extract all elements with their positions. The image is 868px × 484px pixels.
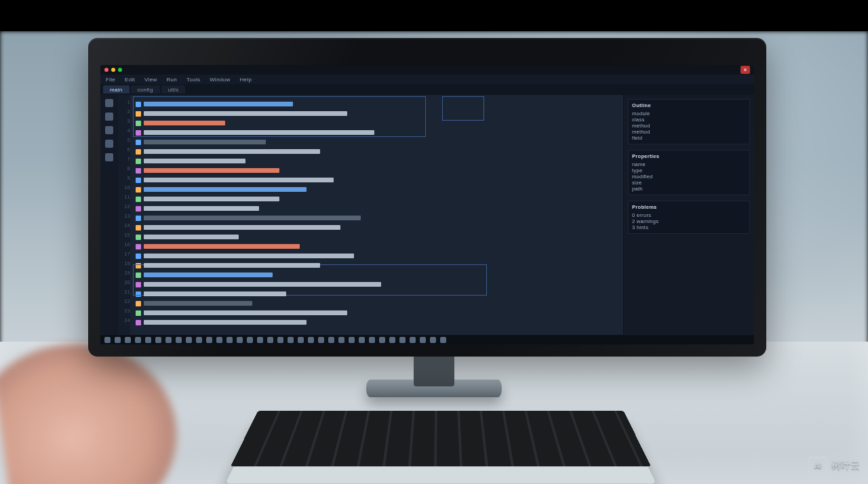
menu-tools[interactable]: Tools <box>186 77 200 83</box>
taskbar-icon[interactable] <box>369 337 375 343</box>
tab-bar[interactable]: mainconfigutils× <box>100 84 754 95</box>
taskbar-icon[interactable] <box>206 337 212 343</box>
taskbar-icon[interactable] <box>196 337 202 343</box>
taskbar-icon[interactable] <box>267 337 273 343</box>
search-icon[interactable] <box>105 113 113 121</box>
panel-item[interactable]: field <box>632 135 746 141</box>
code-editor[interactable] <box>130 95 623 335</box>
code-line[interactable] <box>136 232 618 241</box>
taskbar-icon[interactable] <box>430 337 436 343</box>
taskbar-icon[interactable] <box>135 337 141 343</box>
explorer-icon[interactable] <box>105 99 113 107</box>
os-taskbar[interactable] <box>100 336 754 345</box>
keyboard <box>224 363 658 479</box>
code-line[interactable] <box>136 213 618 222</box>
panel-item[interactable]: 3 hints <box>632 224 746 230</box>
taskbar-icon[interactable] <box>359 337 365 343</box>
code-line[interactable] <box>136 203 618 213</box>
scene: FileEditViewRunToolsWindowHelp mainconfi… <box>0 0 868 484</box>
traffic-light-max-icon[interactable] <box>118 68 122 72</box>
taskbar-icon[interactable] <box>277 337 283 343</box>
activity-bar[interactable] <box>100 95 118 335</box>
taskbar-icon[interactable] <box>399 337 406 343</box>
tab-utils[interactable]: utils <box>161 85 186 94</box>
panel-item[interactable]: name <box>632 161 746 167</box>
panel-item[interactable]: 0 errors <box>632 212 746 218</box>
panel-item[interactable]: method <box>632 129 746 135</box>
taskbar-icon[interactable] <box>115 337 121 343</box>
watermark: AI 树叶云 <box>808 457 860 475</box>
taskbar-icon[interactable] <box>420 337 426 343</box>
traffic-light-close-icon[interactable] <box>104 68 108 72</box>
taskbar-icon[interactable] <box>176 337 182 343</box>
code-line[interactable] <box>136 175 618 184</box>
taskbar-icon[interactable] <box>410 337 416 343</box>
menu-view[interactable]: View <box>144 77 157 83</box>
extensions-icon[interactable] <box>105 153 113 161</box>
code-line[interactable] <box>136 308 618 317</box>
taskbar-icon[interactable] <box>186 337 192 343</box>
panel-item[interactable]: method <box>632 123 746 129</box>
code-line[interactable] <box>136 137 618 146</box>
taskbar-icon[interactable] <box>104 337 111 343</box>
tab-main[interactable]: main <box>103 85 130 94</box>
panel-item[interactable]: modified <box>632 174 746 180</box>
panel-properties[interactable]: Propertiesnametypemodifiedsizepath <box>628 150 750 195</box>
taskbar-icon[interactable] <box>288 337 294 343</box>
taskbar-icon[interactable] <box>298 337 304 343</box>
panel-item[interactable]: type <box>632 167 746 174</box>
panel-item[interactable]: module <box>632 110 746 117</box>
taskbar-icon[interactable] <box>308 337 314 343</box>
taskbar-icon[interactable] <box>389 337 395 343</box>
panel-title: Problems <box>632 204 746 210</box>
menu-window[interactable]: Window <box>210 77 230 83</box>
selection-box-2 <box>442 96 484 121</box>
code-line[interactable] <box>136 146 618 156</box>
taskbar-icon[interactable] <box>349 337 355 343</box>
taskbar-icon[interactable] <box>328 337 334 343</box>
taskbar-icon[interactable] <box>165 337 172 343</box>
menu-run[interactable]: Run <box>167 77 178 83</box>
taskbar-icon[interactable] <box>338 337 344 343</box>
watermark-text: 树叶云 <box>831 460 860 472</box>
panel-outline[interactable]: Outlinemoduleclassmethodmethodfield <box>628 99 750 144</box>
git-icon[interactable] <box>105 126 113 134</box>
taskbar-icon[interactable] <box>125 337 131 343</box>
panel-title: Outline <box>632 102 746 108</box>
window-titlebar[interactable] <box>100 65 754 75</box>
taskbar-icon[interactable] <box>318 337 324 343</box>
taskbar-icon[interactable] <box>247 337 253 343</box>
taskbar-icon[interactable] <box>237 337 243 343</box>
code-line[interactable] <box>136 165 618 175</box>
traffic-light-min-icon[interactable] <box>111 68 115 72</box>
taskbar-icon[interactable] <box>226 337 233 343</box>
panel-item[interactable]: class <box>632 117 746 123</box>
panel-item[interactable]: size <box>632 180 746 186</box>
code-line[interactable] <box>136 194 618 203</box>
panel-problems[interactable]: Problems0 errors2 warnings3 hints <box>628 201 750 234</box>
taskbar-icon[interactable] <box>145 337 151 343</box>
taskbar-icon[interactable] <box>440 337 446 343</box>
close-icon[interactable]: × <box>741 66 750 74</box>
code-line[interactable] <box>136 156 618 165</box>
debug-icon[interactable] <box>105 140 113 148</box>
side-panel[interactable]: OutlinemoduleclassmethodmethodfieldPrope… <box>623 95 754 335</box>
code-line[interactable] <box>136 241 618 251</box>
code-line[interactable] <box>136 298 618 308</box>
code-line[interactable] <box>136 251 618 260</box>
taskbar-icon[interactable] <box>257 337 263 343</box>
menu-help[interactable]: Help <box>240 77 252 83</box>
code-line[interactable] <box>136 184 618 194</box>
taskbar-icon[interactable] <box>216 337 222 343</box>
panel-item[interactable]: 2 warnings <box>632 218 746 224</box>
taskbar-icon[interactable] <box>379 337 385 343</box>
menu-file[interactable]: File <box>106 77 115 83</box>
code-line[interactable] <box>136 222 618 232</box>
panel-item[interactable]: path <box>632 186 746 192</box>
tab-config[interactable]: config <box>131 85 160 94</box>
menu-edit[interactable]: Edit <box>125 77 135 83</box>
menu-bar[interactable]: FileEditViewRunToolsWindowHelp <box>100 75 754 84</box>
code-line[interactable] <box>136 317 618 327</box>
screen: FileEditViewRunToolsWindowHelp mainconfi… <box>100 65 754 344</box>
taskbar-icon[interactable] <box>155 337 161 343</box>
